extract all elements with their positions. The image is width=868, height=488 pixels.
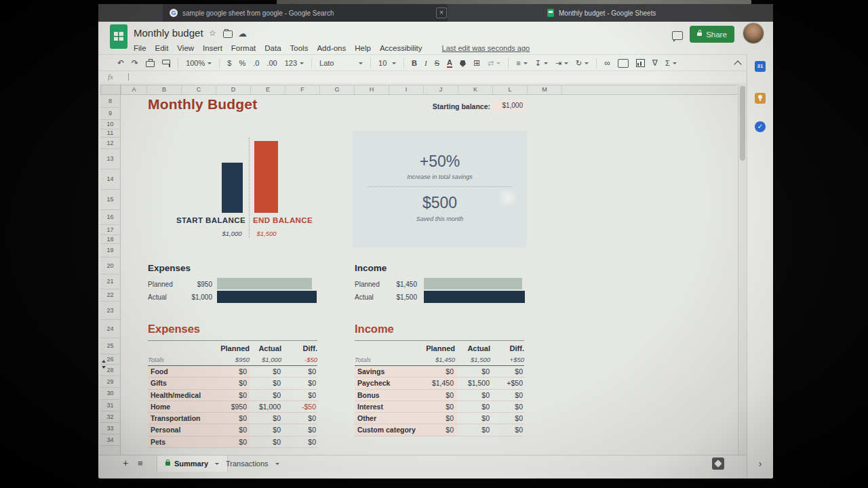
table-row[interactable]: Paycheck $1,450 $1,500 +$50 <box>355 378 524 389</box>
bold-button[interactable]: B <box>412 59 417 67</box>
table-row[interactable]: Food $0 $0 $0 <box>148 366 317 378</box>
expenses-actual-label[interactable]: Actual <box>148 293 167 301</box>
row-header[interactable]: 12 <box>100 138 120 149</box>
row-header[interactable]: 16 <box>100 210 120 225</box>
expenses-table-title[interactable]: Expenses <box>148 323 200 336</box>
font-select[interactable]: Lato <box>319 59 363 67</box>
income-planned-bar[interactable] <box>424 278 522 289</box>
table-row[interactable]: Other $0 $0 $0 <box>355 413 524 424</box>
vertical-scrollbar[interactable] <box>738 85 747 455</box>
format-percent-button[interactable]: % <box>239 59 245 67</box>
menu-data[interactable]: Data <box>264 44 281 52</box>
income-header-planned[interactable]: Planned <box>414 344 455 352</box>
text-rotation-icon[interactable]: ↻ <box>576 59 589 68</box>
menu-help[interactable]: Help <box>355 44 371 52</box>
redo-icon[interactable]: ↷ <box>132 59 138 67</box>
hidden-row-down-icon[interactable] <box>102 366 106 369</box>
decrease-decimal-button[interactable]: .0 <box>253 59 259 67</box>
table-row[interactable]: Interest $0 $0 $0 <box>355 401 524 413</box>
horizontal-align-icon[interactable]: ≡ <box>516 59 527 67</box>
column-header[interactable]: C <box>182 85 216 95</box>
row-header[interactable]: 10 <box>100 120 120 129</box>
borders-icon[interactable]: ⊞ <box>473 59 480 67</box>
column-header[interactable]: J <box>424 85 458 95</box>
row-header[interactable]: 33 <box>100 423 120 434</box>
expenses-planned-bar[interactable] <box>217 278 312 289</box>
functions-icon[interactable]: Σ <box>665 59 677 67</box>
expenses-summary-title[interactable]: Expenses <box>148 263 191 273</box>
starting-balance-value-cell[interactable]: $1,000 <box>493 100 526 111</box>
calendar-icon[interactable]: 31 <box>755 61 766 72</box>
hidden-row-up-icon[interactable] <box>102 360 106 363</box>
row-header[interactable]: 19 <box>100 244 120 258</box>
select-all-corner[interactable] <box>100 85 121 95</box>
filter-icon[interactable]: ∇ <box>652 59 658 67</box>
browser-tab-sheets[interactable]: Monthly budget - Google Sheets <box>540 4 663 22</box>
sheets-logo-icon[interactable] <box>110 24 127 49</box>
row-header[interactable]: 20 <box>100 258 120 274</box>
table-row[interactable]: Pets $0 $0 $0 <box>148 436 317 448</box>
column-header[interactable]: K <box>458 85 493 95</box>
formula-bar[interactable]: fx <box>98 70 747 84</box>
keep-icon[interactable] <box>755 93 766 104</box>
expenses-actual-value[interactable]: $1,000 <box>172 293 212 301</box>
row-header[interactable]: 32 <box>100 411 120 423</box>
table-row[interactable]: Home $950 $1,000 -$50 <box>148 401 317 413</box>
comment-history-icon[interactable] <box>672 31 683 40</box>
document-title[interactable]: Monthly budget <box>134 27 203 39</box>
strikethrough-button[interactable]: S <box>435 59 439 67</box>
expenses-planned-label[interactable]: Planned <box>148 281 173 288</box>
table-row[interactable]: Custom category $0 $0 $0 <box>355 424 524 436</box>
merge-cells-icon[interactable]: ⇄ <box>488 59 500 68</box>
column-header[interactable]: M <box>528 85 562 95</box>
undo-icon[interactable]: ↶ <box>117 59 124 67</box>
browser-tab-search[interactable]: G sample google sheet from google - Goog… <box>163 4 448 22</box>
column-header[interactable]: F <box>285 85 320 95</box>
sheet-tab-transactions[interactable]: Transactions <box>218 455 288 472</box>
expenses-totals-label[interactable]: Totals <box>148 357 164 363</box>
income-summary-title[interactable]: Income <box>355 263 387 273</box>
print-icon[interactable] <box>146 61 155 67</box>
column-header[interactable]: D <box>216 85 251 95</box>
menu-file[interactable]: File <box>134 44 146 52</box>
fill-color-icon[interactable] <box>460 60 466 67</box>
row-header[interactable]: 8 <box>100 95 120 108</box>
scrollbar-thumb[interactable] <box>740 86 745 161</box>
expenses-header-diff[interactable]: Diff. <box>277 344 317 352</box>
row-header[interactable]: 31 <box>100 400 120 411</box>
menu-view[interactable]: View <box>177 44 194 52</box>
text-color-button[interactable]: A <box>447 59 452 68</box>
menu-tools[interactable]: Tools <box>290 44 309 52</box>
income-table-title[interactable]: Income <box>355 323 394 336</box>
insert-chart-icon[interactable] <box>636 59 645 67</box>
add-sheet-button[interactable]: + <box>123 458 128 468</box>
italic-button[interactable]: I <box>425 59 427 67</box>
vertical-align-icon[interactable]: ↧ <box>535 59 548 68</box>
column-header[interactable]: A <box>121 85 147 95</box>
row-header[interactable]: 34 <box>100 434 120 446</box>
row-header[interactable]: 13 <box>100 149 120 169</box>
menu-format[interactable]: Format <box>231 44 256 52</box>
row-header[interactable]: 18 <box>100 235 120 244</box>
expenses-header-actual[interactable]: Actual <box>241 344 281 352</box>
zoom-select[interactable]: 100% <box>186 59 212 67</box>
insert-comment-icon[interactable] <box>618 59 629 68</box>
balance-bar-chart[interactable]: START BALANCE END BALANCE $1,000 $1,500 <box>163 134 329 245</box>
income-actual-value[interactable]: $1,500 <box>376 293 417 301</box>
column-header[interactable]: I <box>389 85 424 95</box>
last-edit-link[interactable]: Last edit was seconds ago <box>442 44 530 52</box>
row-header[interactable]: 29 <box>100 376 120 388</box>
sheet-title-cell[interactable]: Monthly Budget <box>148 96 257 113</box>
row-header[interactable]: 23 <box>100 302 120 320</box>
income-totals-label[interactable]: Totals <box>355 357 371 363</box>
move-folder-icon[interactable] <box>223 30 233 38</box>
explore-button[interactable] <box>712 458 724 470</box>
expenses-actual-bar[interactable] <box>217 291 317 303</box>
menu-insert[interactable]: Insert <box>203 44 222 52</box>
row-header[interactable]: 9 <box>100 108 120 120</box>
insert-link-icon[interactable]: ∞ <box>604 59 610 67</box>
table-row[interactable]: Bonus $0 $0 $0 <box>355 390 524 401</box>
row-header[interactable]: 11 <box>100 129 120 138</box>
expenses-totals-actual[interactable]: $1,000 <box>241 356 281 363</box>
row-header[interactable]: 21 <box>100 274 120 289</box>
